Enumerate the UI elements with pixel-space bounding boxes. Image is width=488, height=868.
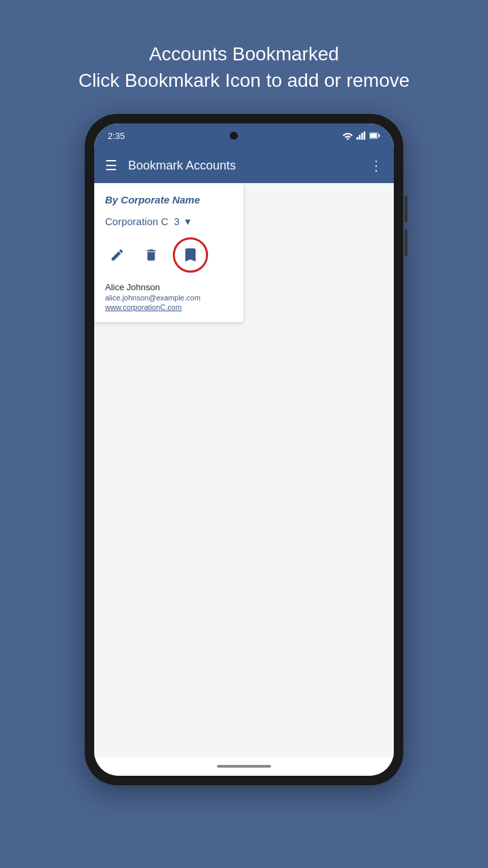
corporation-card: By Corporate Name Corporation C 3 ▾ — [94, 183, 243, 322]
contact-email: alice.johnson@example.com — [105, 294, 232, 302]
instruction-line1: Accounts Bookmarked — [79, 41, 410, 67]
content-area: By Corporate Name Corporation C 3 ▾ — [94, 183, 394, 757]
instruction-block: Accounts Bookmarked Click Bookmkark Icon… — [52, 41, 437, 94]
chevron-down-icon[interactable]: ▾ — [185, 215, 190, 228]
bookmark-icon — [182, 246, 199, 264]
edit-icon — [110, 248, 125, 262]
svg-rect-2 — [361, 133, 363, 140]
menu-icon[interactable]: ☰ — [105, 157, 117, 174]
wifi-icon — [342, 132, 353, 140]
trash-icon — [144, 248, 159, 262]
delete-button[interactable] — [139, 243, 163, 267]
status-time: 2:35 — [108, 131, 125, 141]
svg-rect-6 — [379, 134, 380, 137]
instruction-line2: Click Bookmkark Icon to add or remove — [79, 67, 410, 94]
svg-rect-5 — [370, 134, 377, 138]
action-icons — [105, 237, 232, 273]
phone-frame: 2:35 — [85, 114, 403, 785]
bookmark-button[interactable] — [173, 237, 208, 273]
battery-icon — [369, 132, 380, 139]
corporation-row: Corporation C 3 ▾ — [105, 215, 232, 228]
camera-cutout — [230, 132, 238, 140]
status-bar: 2:35 — [94, 123, 394, 148]
status-icons — [342, 132, 380, 140]
corporation-count: 3 — [174, 216, 179, 227]
home-indicator — [217, 765, 271, 768]
contact-name: Alice Johnson — [105, 282, 232, 292]
edit-button[interactable] — [105, 243, 129, 267]
svg-rect-0 — [357, 137, 359, 140]
app-title: Bookmark Accounts — [128, 159, 359, 173]
svg-rect-3 — [364, 132, 366, 140]
card-header: By Corporate Name — [105, 194, 232, 205]
corporation-name: Corporation C — [105, 216, 168, 227]
signal-icon — [357, 132, 366, 140]
phone-bottom-bar — [94, 757, 394, 776]
contact-website[interactable]: www.corporationC.com — [105, 303, 232, 311]
svg-rect-1 — [359, 135, 361, 140]
app-bar: ☰ Bookmark Accounts ⋮ — [94, 148, 394, 183]
phone-screen: 2:35 — [94, 123, 394, 776]
more-options-icon[interactable]: ⋮ — [369, 157, 383, 174]
